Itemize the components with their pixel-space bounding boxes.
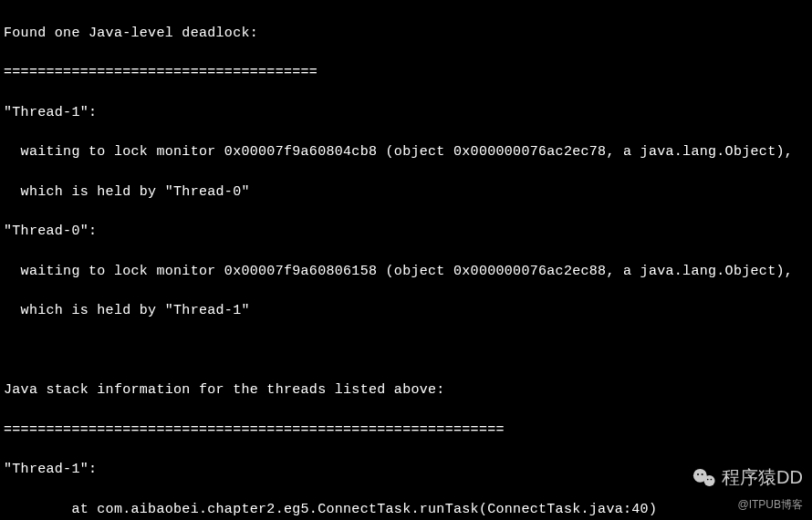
separator: ========================================… [4,421,808,441]
svg-point-5 [711,478,713,480]
thread-0-heldby: which is held by "Thread-1" [4,301,808,321]
thread-0-name: "Thread-0": [4,222,808,242]
stack-thread-1-name: "Thread-1": [4,460,808,480]
thread-1-heldby: which is held by "Thread-0" [4,182,808,203]
svg-point-3 [702,473,703,475]
svg-point-2 [697,473,699,475]
deadlock-header: Found one Java-level deadlock: [4,24,808,44]
separator: ===================================== [4,63,808,83]
stack-header: Java stack information for the threads l… [4,380,808,400]
stack-frame: at com.aibaobei.chapter2.eg5.ConnectTask… [4,500,808,520]
wechat-icon [692,468,716,488]
svg-point-1 [704,474,715,485]
thread-0-waiting: waiting to lock monitor 0x00007f9a608061… [4,262,808,282]
watermark-subtext: @ITPUB博客 [692,497,803,513]
svg-point-4 [707,478,709,480]
watermark: 程序猿DD @ITPUB博客 [692,464,803,513]
watermark-text: 程序猿DD [722,464,803,491]
thread-1-name: "Thread-1": [4,103,808,123]
thread-1-waiting: waiting to lock monitor 0x00007f9a60804c… [4,142,808,162]
watermark-main: 程序猿DD [692,464,803,491]
terminal-output: Found one Java-level deadlock: =========… [4,4,808,520]
blank-line [4,341,808,361]
